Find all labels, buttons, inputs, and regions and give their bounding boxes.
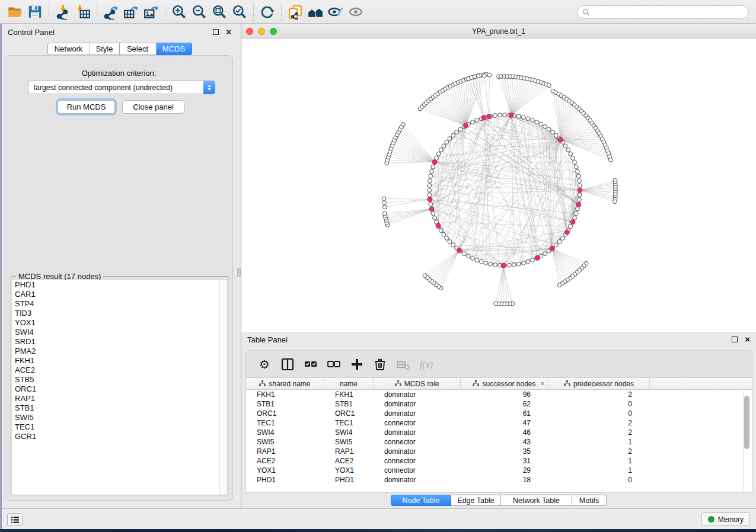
tab-style[interactable]: Style <box>90 43 120 55</box>
column-header-shared-name[interactable]: shared name <box>246 378 324 389</box>
run-mcds-button[interactable]: Run MCDS <box>58 100 115 114</box>
export-table-icon[interactable] <box>121 3 141 21</box>
toolbar-separator <box>281 3 282 21</box>
table-row-ACE2[interactable]: ACE2ACE2connector311 <box>246 456 752 466</box>
float-panel-icon[interactable] <box>213 29 219 35</box>
application-window: Control Panel × NetworkStyleSelectMCDS O… <box>0 0 756 529</box>
mcds-list-scrollbar[interactable] <box>219 280 227 495</box>
tab-edge-table[interactable]: Edge Table <box>451 495 501 506</box>
toolbar-separator <box>165 3 165 21</box>
task-history-button[interactable] <box>7 513 23 526</box>
search-box[interactable] <box>577 5 749 19</box>
tab-network-table[interactable]: Network Table <box>501 495 572 506</box>
settings-gear-icon[interactable]: ⚙ <box>256 355 273 373</box>
column-header-successor-nodes[interactable]: successor nodes∨ <box>461 378 548 389</box>
table-row-SWI5[interactable]: SWI5SWI5connector431 <box>246 437 752 447</box>
zoom-in-icon[interactable] <box>169 3 189 21</box>
mcds-result-item[interactable]: SRD1 <box>12 337 221 347</box>
search-input[interactable] <box>593 8 748 17</box>
mcds-result-title: MCDS result (17 nodes) <box>16 272 103 281</box>
zoom-out-icon[interactable] <box>189 3 209 21</box>
cell: RAP1 <box>324 447 374 456</box>
table-row-SWI4[interactable]: SWI4SWI4dominator462 <box>246 428 752 437</box>
table-row-STB1[interactable]: STB1STB1dominator620 <box>246 399 752 409</box>
mcds-result-list[interactable]: PHD1CAR1STP4TID3YOX1SWI4SRD1PMA2FKH1ACE2… <box>12 280 221 495</box>
mcds-result-item[interactable]: SWI5 <box>12 413 221 422</box>
mcds-result-item[interactable]: TEC1 <box>12 422 221 432</box>
export-network-icon[interactable] <box>101 3 121 21</box>
table-row-YOX1[interactable]: YOX1YOX1connector291 <box>246 466 752 475</box>
table-row-ORC1[interactable]: ORC1ORC1dominator610 <box>246 409 752 418</box>
table-row-TEC1[interactable]: TEC1TEC1connector472 <box>246 418 752 428</box>
minimize-window-icon[interactable] <box>258 28 265 35</box>
network-window-titlebar[interactable]: YPA_prune.txt_1 <box>241 24 756 39</box>
show-details-icon[interactable] <box>346 3 366 21</box>
svg-text:⚙: ⚙ <box>259 357 270 371</box>
memory-button[interactable]: Memory <box>701 512 750 526</box>
import-table-icon[interactable] <box>73 3 93 21</box>
mcds-result-item[interactable]: PMA2 <box>12 347 221 356</box>
column-header-predecessor-nodes[interactable]: predecessor nodes <box>548 378 650 389</box>
close-table-panel-icon[interactable]: × <box>745 336 750 342</box>
network-graph[interactable] <box>241 39 756 332</box>
mcds-result-item[interactable]: STB5 <box>12 375 221 384</box>
cell: 2 <box>548 428 650 437</box>
mcds-result-item[interactable]: ORC1 <box>12 384 221 394</box>
zoom-fit-icon[interactable] <box>209 3 229 21</box>
mcds-result-item[interactable]: PHD1 <box>12 280 221 290</box>
copy-network-icon[interactable] <box>285 3 305 21</box>
mcds-result-item[interactable]: RAP1 <box>12 394 221 403</box>
open-folder-icon[interactable] <box>5 3 25 21</box>
tab-select[interactable]: Select <box>120 43 157 55</box>
close-panel-icon[interactable]: × <box>226 29 231 35</box>
hide-details-icon[interactable] <box>326 3 346 21</box>
mcds-result-item[interactable]: STP4 <box>12 299 221 309</box>
column-header-name[interactable]: name <box>324 378 374 389</box>
table-toolbar: ⚙f(x) <box>245 350 752 378</box>
optimization-criterion-dropdown[interactable]: largest connected component (undirected) <box>28 81 215 94</box>
zoom-window-icon[interactable] <box>270 28 277 35</box>
table-row-RAP1[interactable]: RAP1RAP1dominator352 <box>246 447 752 456</box>
tab-mcds[interactable]: MCDS <box>157 43 192 55</box>
cell: PHD1 <box>246 475 324 485</box>
float-table-panel-icon[interactable] <box>732 336 738 342</box>
cell: FKH1 <box>246 390 324 399</box>
mcds-result-item[interactable]: YOX1 <box>12 318 221 328</box>
desktop-wallpaper-left <box>0 24 2 529</box>
mcds-result-item[interactable]: SWI4 <box>12 328 221 337</box>
mcds-result-item[interactable]: ACE2 <box>12 366 221 375</box>
tab-motifs[interactable]: Motifs <box>572 495 607 506</box>
zoom-selected-icon[interactable] <box>229 3 250 21</box>
cell: ACE2 <box>246 456 324 466</box>
cell: 47 <box>461 418 548 428</box>
cell: YOX1 <box>324 466 374 475</box>
mcds-result-item[interactable]: TID3 <box>12 309 221 318</box>
shared-column-icon <box>564 380 570 388</box>
deselect-all-icon[interactable] <box>325 355 343 373</box>
table-row-FKH1[interactable]: FKH1FKH1dominator962 <box>246 390 752 399</box>
add-column-icon[interactable] <box>348 355 366 373</box>
close-window-icon[interactable] <box>246 28 253 35</box>
table-scrollbar-thumb[interactable] <box>744 396 749 449</box>
column-layout-icon[interactable] <box>279 355 296 373</box>
table-scrollbar[interactable] <box>743 391 749 491</box>
mcds-result-item[interactable]: GCR1 <box>12 432 221 441</box>
mcds-result-item[interactable]: FKH1 <box>12 356 221 366</box>
column-header-MCDS-role[interactable]: MCDS role <box>374 378 461 389</box>
network-canvas[interactable] <box>241 39 756 332</box>
mcds-result-item[interactable]: STB1 <box>12 403 221 413</box>
overview-icon[interactable] <box>305 3 326 21</box>
export-image-icon[interactable] <box>141 3 161 21</box>
select-all-icon[interactable] <box>302 355 320 373</box>
tab-node-table[interactable]: Node Table <box>391 495 451 506</box>
close-panel-button[interactable]: Close panel <box>122 100 184 114</box>
import-network-icon[interactable] <box>53 3 73 21</box>
refresh-icon[interactable] <box>257 3 277 21</box>
tab-network[interactable]: Network <box>47 43 90 55</box>
control-panel-header: Control Panel × <box>2 24 237 40</box>
mcds-result-item[interactable]: CAR1 <box>12 290 221 299</box>
save-icon[interactable] <box>25 3 45 21</box>
delete-column-icon[interactable] <box>371 355 389 373</box>
cell: 18 <box>461 475 548 485</box>
table-row-PHD1[interactable]: PHD1PHD1dominator180 <box>246 475 752 485</box>
